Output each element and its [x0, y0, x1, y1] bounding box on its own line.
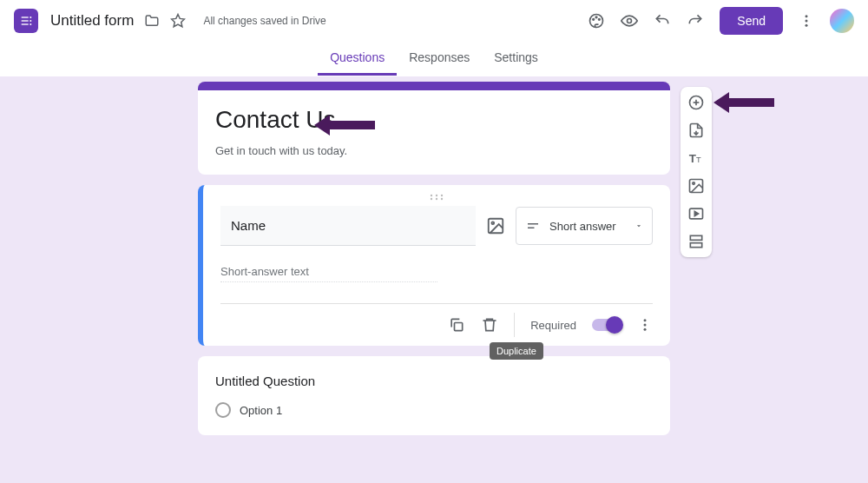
svg-text:T: T: [689, 152, 696, 165]
footer-separator: [514, 313, 515, 337]
palette-icon[interactable]: [588, 12, 605, 30]
image-icon[interactable]: [687, 177, 705, 195]
question-footer: Required Duplicate: [220, 303, 653, 346]
caret-down-icon: [635, 222, 643, 230]
radio-icon: [215, 402, 231, 418]
svg-rect-1: [22, 20, 29, 21]
video-icon[interactable]: [687, 205, 705, 222]
question-card[interactable]: Untitled Question Option 1: [198, 356, 670, 435]
tab-responses[interactable]: Responses: [397, 42, 482, 76]
svg-point-5: [30, 23, 31, 25]
section-icon[interactable]: [687, 233, 705, 250]
svg-point-8: [593, 19, 595, 21]
required-toggle[interactable]: [592, 319, 621, 331]
svg-rect-25: [455, 323, 463, 331]
send-button[interactable]: Send: [720, 7, 783, 35]
question-type-dropdown[interactable]: Short answer: [516, 207, 653, 245]
svg-rect-39: [690, 243, 701, 248]
svg-point-27: [644, 324, 647, 327]
svg-point-17: [441, 195, 443, 196]
svg-point-19: [436, 198, 437, 200]
redo-icon[interactable]: [687, 12, 704, 30]
more-vert-icon[interactable]: [637, 317, 653, 333]
forms-logo[interactable]: [14, 9, 38, 33]
short-answer-icon: [525, 218, 541, 234]
short-answer-placeholder: Short-answer text: [220, 261, 437, 282]
duplicate-tooltip: Duplicate: [490, 342, 543, 360]
form-description[interactable]: Get in touch with us today.: [215, 144, 653, 157]
more-vert-icon[interactable]: [799, 13, 814, 29]
option-label: Option 1: [240, 404, 282, 417]
image-icon[interactable]: [486, 216, 505, 235]
import-icon[interactable]: [687, 122, 705, 139]
tab-questions[interactable]: Questions: [318, 42, 397, 76]
folder-icon[interactable]: [144, 13, 160, 29]
question-title: Untitled Question: [215, 374, 653, 388]
tab-settings[interactable]: Settings: [482, 42, 550, 76]
save-status: All changes saved in Drive: [203, 15, 326, 27]
required-label: Required: [530, 319, 576, 332]
undo-icon[interactable]: [654, 12, 671, 30]
trash-icon[interactable]: [481, 316, 498, 334]
svg-marker-6: [172, 15, 185, 27]
svg-text:T: T: [696, 155, 701, 164]
svg-point-35: [693, 182, 695, 185]
question-type-label: Short answer: [549, 220, 626, 233]
tab-bar: Questions Responses Settings: [0, 42, 868, 76]
form-title[interactable]: Contact Us: [215, 106, 653, 134]
svg-point-3: [30, 17, 31, 18]
svg-marker-37: [694, 212, 698, 216]
question-text-input[interactable]: [220, 206, 476, 246]
drag-handle-icon[interactable]: [220, 192, 653, 206]
title-icon[interactable]: TT: [687, 149, 705, 167]
copy-icon[interactable]: [448, 316, 465, 334]
svg-point-22: [491, 222, 494, 224]
option-row[interactable]: Option 1: [215, 402, 653, 418]
document-title[interactable]: Untitled form: [50, 12, 134, 30]
svg-point-16: [436, 195, 437, 196]
svg-point-18: [431, 198, 432, 200]
form-canvas: Contact Us Get in touch with us today. S…: [0, 76, 868, 483]
svg-rect-2: [22, 23, 29, 24]
svg-point-20: [441, 198, 443, 200]
account-avatar[interactable]: [830, 9, 854, 33]
form-header-card[interactable]: Contact Us Get in touch with us today.: [198, 82, 670, 175]
eye-icon[interactable]: [621, 12, 638, 30]
svg-point-15: [431, 195, 432, 196]
svg-point-10: [599, 19, 601, 21]
question-card-active[interactable]: Short answer Short-answer text Required: [198, 185, 670, 346]
svg-point-26: [644, 319, 647, 321]
add-circle-icon[interactable]: [687, 94, 705, 111]
svg-rect-0: [22, 17, 29, 17]
star-icon[interactable]: [170, 13, 186, 29]
svg-point-11: [628, 19, 632, 23]
svg-point-13: [806, 20, 808, 23]
svg-point-14: [806, 24, 808, 27]
annotation-arrow-title: [314, 115, 375, 136]
question-toolbar: TT: [681, 87, 712, 257]
svg-point-28: [644, 328, 647, 331]
svg-rect-38: [690, 235, 701, 240]
svg-point-4: [30, 20, 31, 22]
app-header: Untitled form All changes saved in Drive…: [0, 0, 868, 42]
svg-point-12: [806, 15, 808, 17]
annotation-arrow-add: [713, 92, 774, 113]
svg-point-9: [595, 17, 597, 18]
